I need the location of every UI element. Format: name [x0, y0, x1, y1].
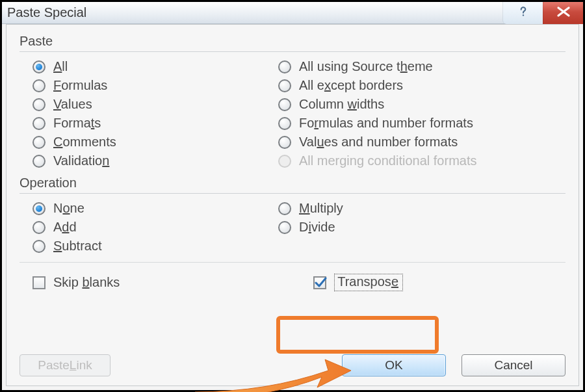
radio-icon: [32, 240, 46, 253]
close-icon: [554, 6, 573, 21]
radio-icon: [32, 155, 46, 168]
titlebar-buttons: [502, 2, 583, 24]
radio-icon: [32, 79, 46, 92]
radio-icon: [278, 221, 291, 234]
radio-icon: [278, 60, 291, 73]
radio-none[interactable]: None: [20, 199, 265, 218]
group-operation-label: Operation: [20, 176, 566, 190]
radio-icon: [32, 117, 46, 130]
radio-validation[interactable]: Validation: [20, 151, 265, 170]
checkbox-icon: [313, 276, 326, 289]
dialog-body: Paste AllFormulasValuesFormatsCommentsVa…: [6, 24, 579, 386]
radio-label: Add: [53, 220, 77, 235]
radio-divide[interactable]: Divide: [265, 218, 566, 237]
radio-icon: [32, 221, 46, 234]
radio-all-except-borders[interactable]: All except borders: [265, 76, 566, 95]
help-button[interactable]: [502, 2, 543, 24]
help-icon: [517, 5, 530, 21]
radio-label: All: [53, 59, 68, 74]
radio-icon: [32, 136, 46, 149]
radio-subtract[interactable]: Subtract: [20, 237, 265, 255]
radio-label: Divide: [299, 220, 335, 235]
group-paste-label: Paste: [20, 34, 566, 49]
radio-label: None: [53, 201, 84, 216]
radio-label: Comments: [53, 135, 116, 150]
radio-icon: [32, 98, 46, 111]
radio-column-widths[interactable]: Column widths: [265, 95, 566, 114]
radio-label: Column widths: [299, 97, 384, 112]
radio-icon: [278, 155, 291, 168]
radio-all-src-theme[interactable]: All using Source theme: [265, 57, 566, 76]
radio-icon: [32, 60, 46, 73]
radio-label: Values and number formats: [299, 135, 458, 150]
radio-icon: [278, 202, 291, 215]
radio-icon: [278, 98, 291, 111]
radio-label: All merging conditional formats: [299, 153, 476, 168]
skip-blanks-checkbox[interactable]: Skip blanks: [20, 273, 120, 292]
paste-link-button: Paste Link: [20, 354, 110, 376]
radio-label: All using Source theme: [299, 59, 433, 74]
radio-label: All except borders: [299, 78, 403, 93]
radio-all-merging-cond: All merging conditional formats: [265, 151, 566, 170]
radio-multiply[interactable]: Multiply: [265, 199, 566, 218]
svg-point-0: [522, 14, 523, 16]
radio-add[interactable]: Add: [20, 218, 265, 237]
checkbox-row: Skip blanks Transpose: [20, 269, 566, 293]
transpose-label: Transpose: [334, 274, 403, 291]
close-button[interactable]: [543, 2, 583, 24]
group-operation: Operation NoneAddSubtract MultiplyDivide: [20, 176, 566, 255]
dialog-title: Paste Special: [7, 5, 86, 20]
radio-formats[interactable]: Formats: [20, 114, 265, 133]
annotation-highlight-box: [276, 316, 439, 354]
operation-options: NoneAddSubtract MultiplyDivide: [20, 199, 566, 255]
skip-blanks-label: Skip blanks: [53, 275, 120, 290]
radio-comments[interactable]: Comments: [20, 133, 265, 151]
radio-icon: [278, 117, 291, 130]
dialog-paste-special: Paste Special Paste AllFormulasValuesFor…: [0, 0, 585, 392]
dialog-button-row: Paste Link OK Cancel: [20, 354, 566, 376]
radio-values[interactable]: Values: [20, 95, 265, 114]
transpose-checkbox[interactable]: Transpose: [313, 272, 403, 293]
radio-label: Subtract: [53, 239, 102, 254]
cancel-button[interactable]: Cancel: [462, 354, 566, 376]
radio-icon: [278, 136, 291, 149]
ok-button[interactable]: OK: [342, 354, 446, 376]
radio-label: Multiply: [299, 201, 343, 216]
paste-options: AllFormulasValuesFormatsCommentsValidati…: [20, 57, 566, 170]
radio-icon: [278, 79, 291, 92]
group-paste: Paste AllFormulasValuesFormatsCommentsVa…: [20, 34, 566, 170]
radio-label: Values: [53, 97, 92, 112]
radio-icon: [32, 202, 46, 215]
checkbox-icon: [32, 276, 46, 289]
titlebar: Paste Special: [2, 2, 583, 24]
radio-label: Formats: [53, 116, 101, 131]
radio-label: Validation: [53, 153, 109, 168]
radio-label: Formulas: [53, 78, 107, 93]
radio-all[interactable]: All: [20, 57, 265, 76]
radio-formulas[interactable]: Formulas: [20, 76, 265, 95]
radio-label: Formulas and number formats: [299, 116, 473, 131]
radio-values-num-formats[interactable]: Values and number formats: [265, 133, 566, 151]
radio-formulas-num-formats[interactable]: Formulas and number formats: [265, 114, 566, 133]
